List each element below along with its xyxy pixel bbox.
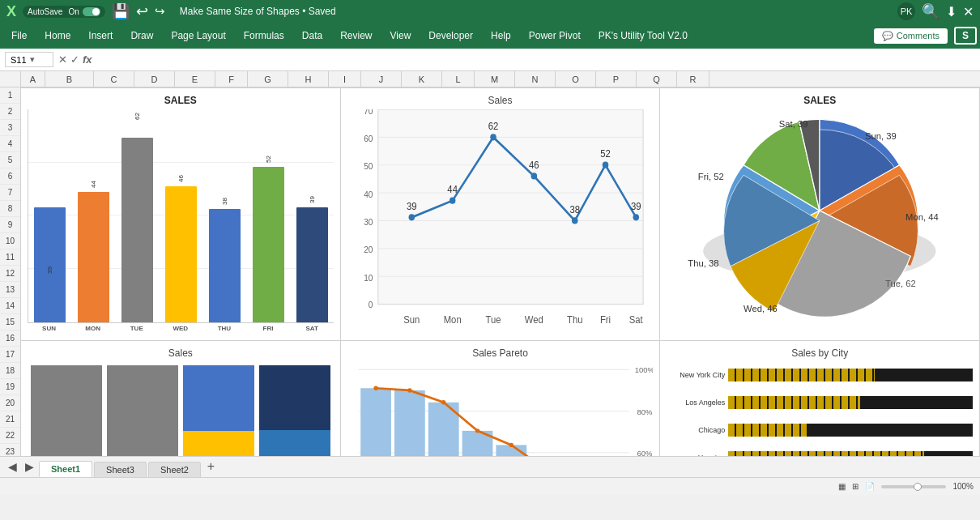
menu-data[interactable]: Data	[294, 27, 330, 45]
col-header-j[interactable]: J	[361, 71, 402, 87]
row-13[interactable]: 13	[0, 282, 20, 298]
col-header-k[interactable]: K	[402, 71, 442, 87]
col-header-b[interactable]: B	[45, 71, 94, 87]
row-23[interactable]: 23	[0, 444, 20, 456]
tab-nav-right[interactable]: ▶	[22, 456, 37, 477]
line-chart-svg: 70 60 50 40 30 20 10 0	[347, 109, 654, 332]
row-7[interactable]: 7	[0, 185, 20, 201]
row-15[interactable]: 15	[0, 314, 20, 330]
row-2[interactable]: 2	[0, 104, 20, 120]
undo-icon[interactable]: ↩	[136, 2, 148, 20]
row-19[interactable]: 19	[0, 379, 20, 395]
row-20[interactable]: 20	[0, 395, 20, 411]
row-8[interactable]: 8	[0, 201, 20, 217]
zoom-slider[interactable]	[881, 485, 946, 488]
col-header-n[interactable]: N	[515, 71, 556, 87]
column-header-row: A B C D E F G H I J K L M N O P Q R	[0, 71, 980, 87]
menu-utility-tool[interactable]: PK's Utility Tool V2.0	[590, 27, 696, 45]
menu-help[interactable]: Help	[483, 27, 519, 45]
comments-button[interactable]: 💬 Comments	[874, 28, 948, 44]
col-header-g[interactable]: G	[248, 71, 288, 87]
row-10[interactable]: 10	[0, 233, 20, 249]
pareto-svg: 100% 80% 60% 40% 20% 0%	[347, 362, 654, 456]
tab-nav-left[interactable]: ◀	[5, 456, 20, 477]
tab-sheet1[interactable]: Sheet1	[39, 461, 92, 477]
stacked-seg-tue-gray: Tue, 62	[31, 365, 102, 456]
add-sheet-button[interactable]: +	[202, 456, 219, 477]
autosave-switch[interactable]	[83, 7, 100, 16]
view-page-icon[interactable]: 📄	[865, 482, 875, 491]
line-chart-title: Sales	[347, 95, 654, 106]
comment-icon: 💬	[882, 31, 893, 41]
menu-file[interactable]: File	[3, 27, 35, 45]
row-3[interactable]: 3	[0, 120, 20, 136]
bar-fri-value: 52	[265, 156, 272, 163]
col-header-o[interactable]: O	[556, 71, 596, 87]
svg-text:39: 39	[631, 200, 641, 212]
menu-pagelayout[interactable]: Page Layout	[163, 27, 233, 45]
col-header-l[interactable]: L	[442, 71, 475, 87]
view-normal-icon[interactable]: ▦	[838, 482, 846, 491]
city-bar-chicago: 34	[728, 424, 973, 437]
col-header-e[interactable]: E	[175, 71, 215, 87]
menu-formulas[interactable]: Formulas	[236, 27, 292, 45]
row-11[interactable]: 11	[0, 249, 20, 266]
line-chart-container: 70 60 50 40 30 20 10 0	[347, 109, 654, 332]
cell-ref-dropdown-icon[interactable]: ▾	[30, 54, 35, 65]
redo-icon[interactable]: ↪	[155, 4, 165, 19]
confirm-formula-icon[interactable]: ✓	[70, 53, 79, 66]
stacked-col-4: Sat, 39	[259, 365, 330, 456]
row-16[interactable]: 16	[0, 330, 20, 347]
col-header-p[interactable]: P	[596, 71, 637, 87]
title-bar-right: PK 🔍 ⬇ ✕	[897, 2, 974, 20]
svg-rect-56	[360, 388, 391, 456]
menu-insert[interactable]: Insert	[80, 27, 121, 45]
formula-input[interactable]	[97, 54, 975, 66]
menu-review[interactable]: Review	[332, 27, 380, 45]
cancel-formula-icon[interactable]: ✕	[58, 53, 67, 66]
col-header-d[interactable]: D	[134, 71, 175, 87]
insert-function-icon[interactable]: fx	[83, 53, 92, 66]
svg-text:Wed, 46: Wed, 46	[744, 304, 778, 313]
tab-sheet3[interactable]: Sheet3	[94, 462, 147, 477]
col-header-a[interactable]: A	[21, 71, 45, 87]
row-17[interactable]: 17	[0, 347, 20, 363]
close-pane-icon[interactable]: ✕	[963, 4, 974, 19]
row-5[interactable]: 5	[0, 152, 20, 168]
menu-draw[interactable]: Draw	[122, 27, 161, 45]
col-header-q[interactable]: Q	[637, 71, 677, 87]
tab-sheet2[interactable]: Sheet2	[148, 462, 201, 477]
autosave-toggle[interactable]: AutoSave On	[23, 6, 105, 18]
cell-reference-box[interactable]: S11 ▾	[5, 52, 53, 67]
bar-mon-value: 44	[90, 181, 97, 188]
row-1[interactable]: 1	[0, 87, 20, 104]
svg-text:52: 52	[600, 148, 611, 160]
row-4[interactable]: 4	[0, 136, 20, 152]
menu-developer[interactable]: Developer	[420, 27, 481, 45]
svg-text:20: 20	[364, 245, 373, 255]
ribbon-toggle[interactable]: ⬇	[946, 4, 957, 19]
bar-tue-value: 62	[134, 113, 141, 120]
user-initials: PK	[897, 2, 915, 20]
x-label-mon: MON	[73, 325, 113, 332]
menu-home[interactable]: Home	[36, 27, 79, 45]
col-header-i[interactable]: I	[329, 71, 361, 87]
row-6[interactable]: 6	[0, 168, 20, 185]
row-18[interactable]: 18	[0, 363, 20, 379]
row-14[interactable]: 14	[0, 298, 20, 314]
share-button[interactable]: S	[954, 27, 977, 45]
row-22[interactable]: 22	[0, 428, 20, 444]
col-header-c[interactable]: C	[94, 71, 134, 87]
row-12[interactable]: 12	[0, 266, 20, 282]
col-header-f[interactable]: F	[215, 71, 248, 87]
search-icon-title[interactable]: 🔍	[922, 2, 940, 20]
col-header-m[interactable]: M	[475, 71, 515, 87]
save-icon[interactable]: 💾	[112, 2, 130, 20]
row-21[interactable]: 21	[0, 411, 20, 428]
col-header-r[interactable]: R	[677, 71, 709, 87]
menu-powerpivot[interactable]: Power Pivot	[521, 27, 589, 45]
col-header-h[interactable]: H	[288, 71, 329, 87]
view-pagebreak-icon[interactable]: ⊞	[852, 482, 859, 491]
menu-view[interactable]: View	[382, 27, 420, 45]
row-9[interactable]: 9	[0, 217, 20, 233]
